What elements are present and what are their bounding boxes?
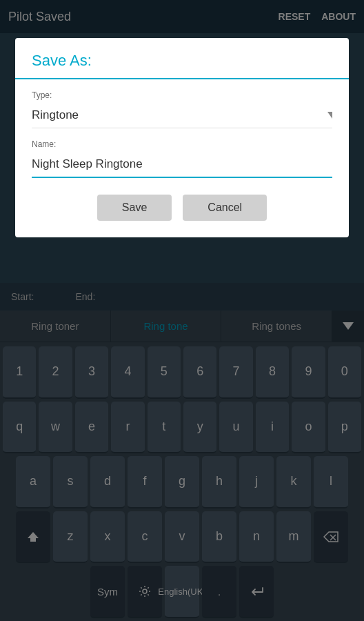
save-button[interactable]: Save <box>97 195 172 221</box>
save-as-dialog: Save As: Type: Ringtone Name: Save Cance… <box>15 38 349 237</box>
dialog-body: Type: Ringtone Name: Save Cancel <box>15 79 349 237</box>
name-input[interactable] <box>32 152 332 178</box>
type-value: Ringtone <box>32 108 325 122</box>
type-label: Type: <box>32 90 332 100</box>
dialog-title: Save As: <box>15 38 349 79</box>
dropdown-arrow-icon <box>327 112 332 119</box>
type-dropdown[interactable]: Ringtone <box>32 103 332 128</box>
dialog-buttons: Save Cancel <box>32 195 332 224</box>
name-label: Name: <box>32 139 332 149</box>
cancel-button[interactable]: Cancel <box>183 195 267 221</box>
